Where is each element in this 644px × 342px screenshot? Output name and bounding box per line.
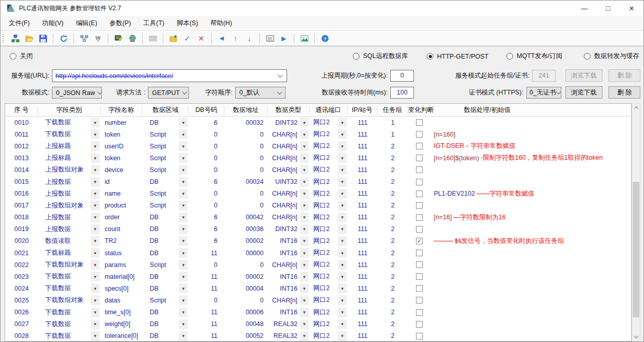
change-checkbox[interactable]	[416, 250, 423, 256]
dropdown-arrow-icon[interactable]: ▾	[300, 283, 309, 293]
table-row[interactable]: 0013上报标题▾tokenScript▾00CHAR[n]▾网口2▾1112[…	[5, 152, 631, 164]
dropdown-arrow-icon[interactable]: ▾	[300, 153, 309, 163]
recv-wait-input[interactable]: 100	[390, 87, 414, 99]
save-icon[interactable]	[38, 33, 48, 43]
dropdown-arrow-icon[interactable]: ▾	[91, 165, 100, 175]
dropdown-arrow-icon[interactable]: ▾	[179, 308, 187, 317]
dropdown-arrow-icon[interactable]: ▾	[91, 224, 100, 234]
cert2-browse-button[interactable]: 浏览下载	[565, 86, 602, 99]
dropdown-arrow-icon[interactable]: ▾	[179, 153, 187, 163]
chevron-down-icon[interactable]	[278, 72, 283, 78]
dropdown-arrow-icon[interactable]: ▾	[91, 295, 100, 305]
dropdown-arrow-icon[interactable]: ▾	[179, 129, 187, 139]
dropdown-arrow-icon[interactable]: ▾	[300, 331, 309, 341]
table-row[interactable]: 0012上报标题▾userIDScript▾00CHAR[n]▾网口2▾1112…	[5, 140, 631, 152]
topology-icon[interactable]	[79, 33, 89, 43]
table-row[interactable]: 0021下载标题▾statusDB▾1100000INT16▾网口2▾1112	[5, 247, 631, 259]
maximize-button[interactable]: □	[596, 1, 620, 16]
dropdown-arrow-icon[interactable]: ▾	[179, 331, 187, 341]
qc-code-icon[interactable]: QC	[265, 33, 275, 43]
report-period-input[interactable]: 0	[390, 70, 414, 82]
scrollbar-down-icon[interactable]	[632, 333, 640, 341]
change-checkbox[interactable]	[416, 285, 423, 292]
dropdown-arrow-icon[interactable]: ▾	[179, 118, 187, 127]
dropdown-arrow-icon[interactable]: ▾	[300, 272, 309, 281]
dropdown-arrow-icon[interactable]: ▾	[338, 331, 347, 341]
dropdown-arrow-icon[interactable]: ▾	[91, 141, 100, 151]
table-scrollbar[interactable]	[632, 103, 640, 341]
delete-x-icon[interactable]: ✕	[196, 33, 206, 43]
dropdown-arrow-icon[interactable]: ▾	[338, 201, 347, 211]
help-icon[interactable]: ?	[320, 33, 330, 43]
dropdown-arrow-icon[interactable]: ▾	[300, 165, 309, 175]
table-row[interactable]: 0010下载数据▾numberDB▾600032DINT32▾网口2▾1111	[5, 117, 631, 128]
radio-mode-0[interactable]: 关闭	[10, 52, 33, 61]
table-row[interactable]: 0022下载数组对象▾paramsScript▾00CHAR[n]▾网口2▾11…	[5, 259, 631, 271]
byte-order-select[interactable]: 0_默认	[235, 87, 286, 99]
table-row[interactable]: 0023下载数据▾material[0]DB▾1100002INT16▾网口2▾…	[5, 271, 631, 282]
dropdown-arrow-icon[interactable]: ▾	[179, 177, 187, 187]
dropdown-arrow-icon[interactable]: ▾	[179, 295, 187, 305]
dropdown-arrow-icon[interactable]: ▾	[338, 236, 347, 246]
dropdown-arrow-icon[interactable]: ▾	[91, 118, 100, 127]
table-row[interactable]: 0025下载数组对象▾datasScript▾00CHAR[n]▾网口2▾111…	[5, 294, 631, 306]
dropdown-arrow-icon[interactable]: ▾	[179, 283, 187, 293]
arrow-up-icon[interactable]: ↑	[231, 33, 240, 43]
dropdown-arrow-icon[interactable]: ▾	[338, 319, 347, 329]
dropdown-arrow-icon[interactable]: ▾	[300, 177, 309, 187]
dropdown-arrow-icon[interactable]: ▾	[300, 224, 309, 234]
dropdown-arrow-icon[interactable]: ▾	[338, 129, 347, 139]
confirm-check-icon[interactable]: ✓	[182, 33, 192, 43]
change-checkbox[interactable]	[416, 309, 423, 316]
change-checkbox[interactable]	[416, 179, 423, 185]
data-mode-select[interactable]: 0_JSON Raw	[52, 87, 102, 99]
dropdown-arrow-icon[interactable]: ▾	[300, 201, 309, 211]
dropdown-arrow-icon[interactable]: ▾	[338, 213, 347, 222]
dropdown-arrow-icon[interactable]: ▾	[338, 189, 347, 199]
image-view-icon[interactable]	[299, 33, 309, 43]
dropdown-arrow-icon[interactable]: ▾	[91, 153, 100, 163]
change-checkbox-checked[interactable]: ✓	[416, 238, 423, 244]
dropdown-arrow-icon[interactable]: ▾	[91, 308, 100, 317]
dropdown-arrow-icon[interactable]: ▾	[300, 189, 309, 199]
plc-grid-icon[interactable]	[148, 33, 158, 43]
dropdown-arrow-icon[interactable]: ▾	[300, 118, 309, 127]
globe-network-icon[interactable]	[127, 33, 137, 43]
toolbar-drag-handle[interactable]	[3, 34, 5, 43]
table-row[interactable]: 0017上报数组对象▾productScript▾00CHAR[n]▾网口2▾1…	[5, 200, 631, 212]
close-button[interactable]: ✕	[620, 1, 643, 16]
dropdown-arrow-icon[interactable]: ▾	[338, 141, 347, 151]
dropdown-arrow-icon[interactable]: ▾	[179, 260, 187, 270]
radio-icon[interactable]	[10, 53, 16, 60]
dropdown-arrow-icon[interactable]: ▾	[338, 165, 347, 175]
radio-icon[interactable]	[584, 53, 591, 60]
table-row[interactable]: 0014上报数组对象▾deviceScript▾00CHAR[n]▾网口2▾11…	[5, 164, 631, 176]
cert-mode-select[interactable]: 0_无证书	[526, 87, 561, 99]
menu-item-5[interactable]: 工具(T)	[143, 19, 164, 28]
dropdown-arrow-icon[interactable]: ▾	[338, 224, 347, 234]
table-row[interactable]: 0011下载数据▾tokenScript▾00CHAR[n]▾网口2▾1111[…	[5, 128, 631, 140]
dropdown-arrow-icon[interactable]: ▾	[179, 141, 187, 151]
radio-icon[interactable]	[353, 53, 359, 60]
scrollbar-up-icon[interactable]	[632, 104, 640, 112]
menu-item-3[interactable]: 编辑(E)	[76, 19, 98, 28]
dropdown-arrow-icon[interactable]: ▾	[300, 141, 309, 151]
dropdown-arrow-icon[interactable]: ▾	[179, 236, 187, 246]
change-checkbox[interactable]	[416, 214, 423, 221]
dropdown-arrow-icon[interactable]: ▾	[91, 201, 100, 211]
menu-item-4[interactable]: 参数(P)	[109, 19, 131, 28]
open-folder-icon[interactable]	[24, 33, 34, 43]
change-checkbox[interactable]	[416, 166, 423, 173]
radio-mode-4[interactable]: 数据转发与缓存	[584, 52, 639, 61]
table-row[interactable]: 0026下载数据▾time_s[0]DB▾1100006INT16▾网口2▾11…	[5, 307, 631, 318]
dropdown-arrow-icon[interactable]: ▾	[179, 224, 187, 234]
dropdown-arrow-icon[interactable]: ▾	[91, 283, 100, 293]
table-row[interactable]: 0020数值读取▾TR2DB▾600002INT16▾网口2▾1112✓——— …	[5, 235, 631, 247]
dropdown-arrow-icon[interactable]: ▾	[91, 331, 100, 341]
dropdown-arrow-icon[interactable]: ▾	[91, 272, 100, 281]
refresh-icon[interactable]	[59, 33, 68, 43]
minimize-button[interactable]: —	[573, 1, 596, 16]
change-checkbox[interactable]	[416, 131, 423, 138]
dropdown-arrow-icon[interactable]: ▾	[179, 248, 187, 258]
dropdown-arrow-icon[interactable]: ▾	[91, 236, 100, 246]
